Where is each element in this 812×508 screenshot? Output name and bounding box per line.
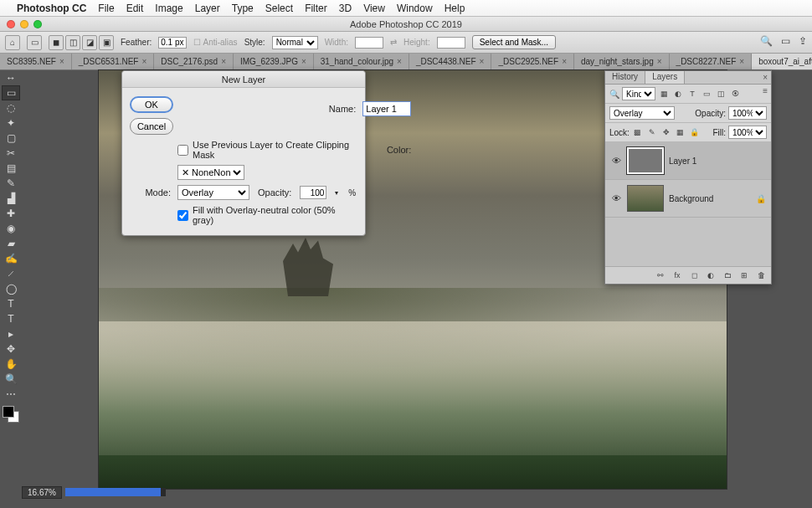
marquee-tool-icon[interactable]: ▭ [27, 35, 42, 50]
workspace-icon[interactable]: ▭ [781, 35, 790, 47]
blend-mode-select[interactable]: Overlay [177, 185, 249, 200]
delete-layer-icon[interactable]: 🗑 [755, 269, 767, 281]
panel-fill-select[interactable]: 100% [728, 126, 767, 139]
shape-tool[interactable]: ✥ [2, 341, 20, 357]
close-icon[interactable]: × [141, 57, 146, 66]
tab-layers[interactable]: Layers [645, 71, 685, 84]
fill-neutral-checkbox[interactable] [177, 210, 188, 221]
search-icon[interactable]: 🔍 [760, 35, 773, 47]
edit-toolbar[interactable]: ⋯ [2, 387, 20, 402]
doc-tab[interactable]: SC8395.NEF× [0, 54, 72, 69]
type-tool[interactable]: T [2, 311, 20, 326]
doc-tab[interactable]: _DSC8227.NEF× [670, 54, 753, 69]
select-and-mask-button[interactable]: Select and Mask... [472, 35, 556, 49]
pen-tool[interactable]: T [2, 296, 20, 311]
doc-tab[interactable]: DSC_2176.psd× [154, 54, 234, 69]
menu-app[interactable]: Photoshop CC [17, 3, 86, 14]
layer-thumbnail[interactable] [627, 185, 664, 212]
lock-all-icon[interactable]: 🔒 [689, 126, 701, 138]
layer-row[interactable]: 👁 Background 🔒 [605, 180, 771, 218]
close-icon[interactable]: × [59, 57, 64, 66]
visibility-icon[interactable]: 👁 [610, 193, 622, 203]
close-icon[interactable]: × [480, 57, 485, 66]
layer-row[interactable]: 👁 Layer 1 [605, 142, 771, 180]
filter-type-icon[interactable]: T [686, 88, 698, 100]
layer-color-select[interactable]: ✕ NoneNone [177, 165, 244, 180]
selection-intersect-icon[interactable]: ▣ [99, 35, 114, 50]
clipping-mask-checkbox[interactable] [177, 145, 188, 156]
close-icon[interactable]: × [562, 57, 567, 66]
path-select-tool[interactable]: ▸ [2, 326, 20, 341]
ok-button[interactable]: OK [130, 96, 173, 113]
home-icon[interactable]: ⌂ [5, 35, 20, 50]
menu-view[interactable]: View [363, 3, 385, 14]
selection-new-icon[interactable]: ◼ [49, 35, 64, 50]
zoom-tool[interactable]: 🔍 [2, 372, 20, 387]
link-layers-icon[interactable]: ⚯ [655, 269, 666, 281]
lasso-tool[interactable]: ◌ [2, 100, 20, 115]
doc-tab[interactable]: day_night_stars.jpg× [574, 54, 670, 69]
brush-tool[interactable]: ▟ [2, 191, 20, 206]
lock-pixels-icon[interactable]: ✎ [646, 126, 658, 138]
lock-transparency-icon[interactable]: ▩ [632, 126, 644, 138]
menu-type[interactable]: Type [232, 3, 254, 14]
layer-name-input[interactable] [362, 101, 411, 116]
foreground-color-swatch[interactable] [3, 406, 14, 418]
cancel-button[interactable]: Cancel [130, 118, 173, 135]
panel-menu-icon[interactable]: ≡ [763, 86, 768, 95]
dodge-tool[interactable]: ◯ [2, 281, 20, 296]
opacity-input[interactable] [300, 186, 326, 199]
selection-subtract-icon[interactable]: ◪ [82, 35, 97, 50]
doc-tab[interactable]: _DSC2925.NEF× [491, 54, 574, 69]
menu-help[interactable]: Help [445, 3, 465, 14]
eraser-tool[interactable]: ▰ [2, 236, 20, 251]
close-icon[interactable]: × [397, 57, 402, 66]
panel-close-icon[interactable]: × [763, 73, 768, 82]
color-swatches[interactable] [2, 405, 20, 423]
tab-history[interactable]: History [605, 71, 645, 84]
frame-tool[interactable]: ✂ [2, 146, 20, 161]
clone-stamp-tool[interactable]: ✚ [2, 206, 20, 221]
close-icon[interactable]: × [739, 57, 744, 66]
menu-window[interactable]: Window [397, 3, 433, 14]
eyedropper-tool[interactable]: ▤ [2, 161, 20, 176]
history-brush-tool[interactable]: ◉ [2, 221, 20, 236]
doc-tab[interactable]: _DSC4438.NEF× [409, 54, 492, 69]
opacity-stepper-icon[interactable]: ▾ [335, 189, 338, 197]
doc-tab-active[interactable]: boxout7_ai_after.jpg @ 16.7% (Layer 1, R… [752, 54, 812, 69]
layer-group-icon[interactable]: 🗀 [722, 269, 733, 281]
layer-name[interactable]: Layer 1 [669, 157, 696, 166]
crop-tool[interactable]: ▢ [2, 131, 20, 146]
menu-edit[interactable]: Edit [126, 3, 144, 14]
close-icon[interactable]: × [657, 57, 662, 66]
panel-blend-select[interactable]: Overlay [609, 106, 675, 120]
menu-filter[interactable]: Filter [305, 3, 327, 14]
layer-style-icon[interactable]: fx [671, 269, 683, 281]
zoom-level[interactable]: 16.67% [22, 486, 62, 499]
hand-tool[interactable]: ✋ [2, 357, 20, 372]
style-select[interactable]: Normal [272, 36, 318, 49]
blur-tool[interactable]: ⟋ [2, 266, 20, 281]
layer-mask-icon[interactable]: ◻ [688, 269, 700, 281]
menu-3d[interactable]: 3D [339, 3, 352, 14]
new-layer-icon[interactable]: ⊞ [738, 269, 750, 281]
filter-adjust-icon[interactable]: ◐ [672, 88, 684, 100]
layer-thumbnail[interactable] [627, 147, 664, 174]
panel-opacity-select[interactable]: 100% [728, 106, 767, 120]
filter-pixel-icon[interactable]: ▦ [658, 88, 670, 100]
menu-file[interactable]: File [98, 3, 114, 14]
visibility-icon[interactable]: 👁 [610, 156, 622, 166]
filter-toggle-icon[interactable]: ⦿ [729, 88, 741, 100]
menu-layer[interactable]: Layer [195, 3, 220, 14]
lock-artboard-icon[interactable]: ▦ [675, 126, 686, 138]
feather-input[interactable] [158, 37, 187, 49]
filter-kind-select[interactable]: Kind [622, 87, 655, 100]
close-icon[interactable]: × [301, 57, 306, 66]
menu-image[interactable]: Image [155, 3, 182, 14]
layer-name[interactable]: Background [669, 194, 713, 203]
doc-tab[interactable]: _DSC6531.NEF× [72, 54, 155, 69]
gradient-tool[interactable]: ✍ [2, 251, 20, 266]
filter-shape-icon[interactable]: ▭ [701, 88, 712, 100]
adjustment-layer-icon[interactable]: ◐ [705, 269, 717, 281]
menu-select[interactable]: Select [265, 3, 293, 14]
